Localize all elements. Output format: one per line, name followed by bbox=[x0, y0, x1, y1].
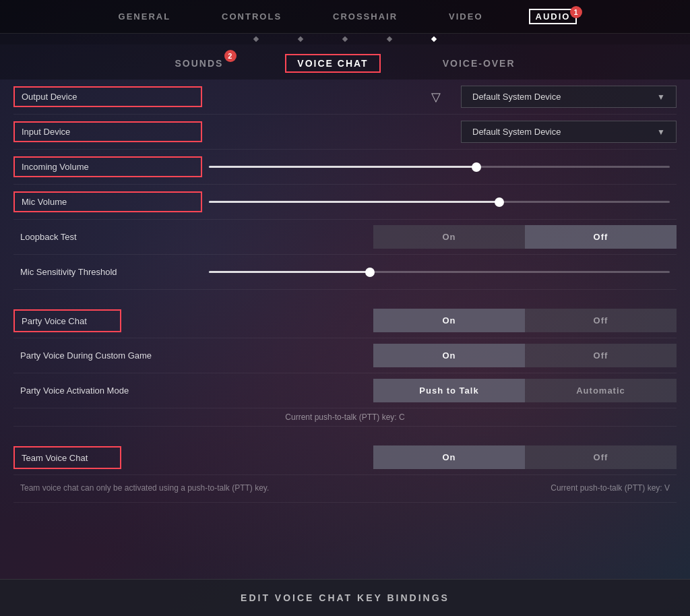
incoming-volume-track[interactable] bbox=[209, 166, 670, 168]
output-device-row: Output Device ▽ Default System Device ▼ bbox=[13, 80, 677, 115]
diamond-2 bbox=[298, 36, 303, 42]
party-voice-chat-row: Party Voice Chat On Off bbox=[13, 303, 677, 338]
nav-controls[interactable]: CONTROLS bbox=[216, 9, 287, 24]
party-ptt-hint: Current push-to-talk (PTT) key: C bbox=[13, 408, 677, 427]
party-voice-chat-label: Party Voice Chat bbox=[22, 316, 87, 326]
party-voice-custom-row: Party Voice During Custom Game On Off bbox=[13, 338, 677, 373]
party-voice-on-btn[interactable]: On bbox=[373, 309, 525, 332]
incoming-volume-row: Incoming Volume bbox=[13, 150, 677, 185]
mic-sensitivity-track[interactable] bbox=[209, 271, 670, 273]
input-device-label: Input Device bbox=[13, 121, 202, 142]
mic-volume-label: Mic Volume bbox=[13, 191, 202, 212]
team-description: Team voice chat can only be activated us… bbox=[13, 481, 276, 497]
team-voice-chat-label-wrapper: Team Voice Chat bbox=[13, 446, 121, 469]
sub-nav: SOUNDS 2 VOICE CHAT VOICE-OVER bbox=[0, 44, 690, 80]
section-gap-2 bbox=[13, 427, 677, 440]
top-nav: GENERAL CONTROLS CROSSHAIR VIDEO AUDIO 1 bbox=[0, 0, 690, 34]
party-activation-control: Push to Talk Automatic bbox=[202, 379, 677, 402]
nav-audio[interactable]: AUDIO 1 bbox=[529, 9, 577, 24]
nav-diamonds bbox=[0, 34, 690, 44]
team-voice-on-btn[interactable]: On bbox=[373, 445, 525, 469]
section-gap-3 bbox=[13, 503, 677, 516]
team-voice-off-btn[interactable]: Off bbox=[525, 445, 677, 469]
party-voice-off-btn[interactable]: Off bbox=[525, 309, 677, 332]
party-voice-chat-control: On Off bbox=[121, 309, 677, 332]
party-activation-toggle: Push to Talk Automatic bbox=[373, 379, 677, 402]
team-voice-chat-control: On Off bbox=[121, 445, 677, 469]
subnav-voice-chat[interactable]: VOICE CHAT bbox=[285, 54, 380, 73]
output-device-dropdown[interactable]: Default System Device ▼ bbox=[461, 86, 677, 108]
party-voice-custom-control: On Off bbox=[202, 344, 677, 367]
loopback-test-label: Loopback Test bbox=[13, 232, 202, 242]
party-activation-row: Party Voice Activation Mode Push to Talk… bbox=[13, 373, 677, 408]
input-device-arrow: ▼ bbox=[657, 127, 665, 137]
team-voice-chat-row: Team Voice Chat On Off bbox=[13, 440, 677, 475]
mic-sensitivity-label: Mic Sensitivity Threshold bbox=[13, 267, 202, 277]
subnav-sounds[interactable]: SOUNDS 2 bbox=[166, 55, 231, 71]
nav-video[interactable]: VIDEO bbox=[443, 9, 488, 24]
output-device-label: Output Device bbox=[13, 86, 202, 107]
loopback-test-control: On Off bbox=[202, 225, 677, 249]
team-description-row: Team voice chat can only be activated us… bbox=[13, 475, 677, 503]
loopback-off-btn[interactable]: Off bbox=[525, 225, 677, 249]
party-voice-chat-label-wrapper: Party Voice Chat bbox=[13, 309, 121, 332]
party-voice-chat-toggle: On Off bbox=[373, 309, 677, 332]
nav-crosshair[interactable]: CROSSHAIR bbox=[327, 9, 403, 24]
diamond-4 bbox=[387, 36, 392, 42]
cursor-icon: ▽ bbox=[431, 90, 441, 104]
party-voice-custom-label: Party Voice During Custom Game bbox=[13, 350, 202, 361]
sounds-badge-2: 2 bbox=[224, 50, 237, 62]
loopback-test-toggle: On Off bbox=[373, 225, 677, 249]
mic-volume-row: Mic Volume bbox=[13, 185, 677, 220]
loopback-on-btn[interactable]: On bbox=[373, 225, 525, 249]
input-device-dropdown[interactable]: Default System Device ▼ bbox=[461, 121, 677, 143]
team-voice-chat-toggle: On Off bbox=[373, 445, 677, 469]
party-ptt-btn[interactable]: Push to Talk bbox=[373, 379, 525, 402]
mic-volume-thumb[interactable] bbox=[495, 197, 504, 207]
incoming-volume-thumb[interactable] bbox=[472, 162, 481, 172]
audio-badge: 1 bbox=[570, 6, 582, 18]
footer: EDIT VOICE CHAT KEY BINDINGS bbox=[0, 579, 690, 616]
output-device-value: Default System Device bbox=[472, 92, 650, 102]
mic-sensitivity-fill bbox=[209, 271, 370, 273]
mic-sensitivity-thumb[interactable] bbox=[365, 268, 375, 277]
subnav-voice-over[interactable]: VOICE-OVER bbox=[435, 55, 524, 71]
mic-volume-fill bbox=[209, 201, 499, 203]
input-device-value: Default System Device bbox=[472, 127, 650, 137]
settings-area: Output Device ▽ Default System Device ▼ … bbox=[0, 80, 690, 579]
input-device-row: Input Device Default System Device ▼ bbox=[13, 115, 677, 150]
output-device-arrow: ▼ bbox=[657, 92, 665, 102]
section-gap-1 bbox=[13, 290, 677, 303]
party-custom-off-btn[interactable]: Off bbox=[525, 344, 677, 367]
edit-voice-chat-keybindings-button[interactable]: EDIT VOICE CHAT KEY BINDINGS bbox=[241, 592, 449, 603]
incoming-volume-label: Incoming Volume bbox=[13, 156, 202, 177]
party-custom-on-btn[interactable]: On bbox=[373, 344, 525, 367]
team-ptt-hint: Current push-to-talk (PTT) key: V bbox=[544, 481, 677, 497]
loopback-test-row: Loopback Test On Off bbox=[13, 220, 677, 255]
mic-volume-track[interactable] bbox=[209, 201, 670, 203]
incoming-volume-slider[interactable] bbox=[202, 166, 677, 168]
mic-sensitivity-slider[interactable] bbox=[202, 271, 677, 273]
party-activation-label: Party Voice Activation Mode bbox=[13, 386, 202, 396]
diamond-1 bbox=[253, 36, 259, 42]
team-voice-chat-label: Team Voice Chat bbox=[22, 453, 88, 463]
incoming-volume-fill bbox=[209, 166, 476, 168]
nav-general[interactable]: GENERAL bbox=[113, 9, 177, 24]
diamond-3 bbox=[342, 36, 348, 42]
party-voice-custom-toggle: On Off bbox=[373, 344, 677, 367]
cursor-area: ▽ bbox=[202, 90, 461, 104]
party-automatic-btn[interactable]: Automatic bbox=[525, 379, 677, 402]
mic-sensitivity-row: Mic Sensitivity Threshold bbox=[13, 255, 677, 290]
mic-volume-slider[interactable] bbox=[202, 201, 677, 203]
diamond-5 bbox=[431, 36, 437, 42]
